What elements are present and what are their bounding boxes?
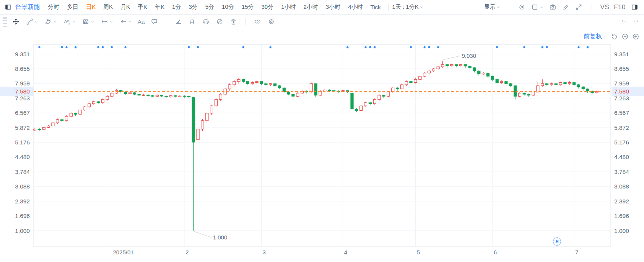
svg-text:1.000: 1.000: [614, 228, 629, 234]
tab-分时[interactable]: 分时: [44, 2, 63, 12]
tab-周K[interactable]: 周K: [100, 2, 116, 12]
tab-月K[interactable]: 月K: [117, 2, 133, 12]
svg-text:3.784: 3.784: [15, 169, 30, 175]
settings-gear-icon[interactable]: [518, 3, 526, 11]
chevron-down-icon[interactable]: [34, 20, 39, 24]
reset-zoom-icon[interactable]: [610, 33, 618, 41]
svg-text:2.392: 2.392: [15, 198, 30, 205]
wave-tool-button[interactable]: 13: [61, 17, 78, 27]
layout-square-icon: [531, 3, 539, 11]
undo-icon[interactable]: [620, 18, 628, 26]
main-toolbar: 晋景新能 分时多日日K周K月K季K年K1分3分5分10分15分30分1小时2小时…: [0, 0, 644, 15]
tab-4小时[interactable]: 4小时: [345, 2, 366, 12]
divider: [166, 18, 166, 25]
edit-pencil-icon[interactable]: [562, 3, 570, 11]
price-axis-right: 9.3518.6557.9597.2636.5675.8725.1764.480…: [614, 51, 629, 234]
drawing-tools-group: 13Aa: [10, 17, 277, 27]
svg-text:8.655: 8.655: [15, 66, 30, 72]
svg-text:7.580: 7.580: [614, 88, 629, 95]
display-menu-label: 显示: [484, 3, 496, 11]
chevron-down-icon[interactable]: [90, 20, 95, 24]
price-adjust-mode[interactable]: 前复权: [584, 33, 602, 41]
svg-text:4.480: 4.480: [614, 154, 629, 160]
chart-canvas[interactable]: 9.0301.0009.3518.6557.9597.2636.5675.872…: [0, 29, 644, 262]
tab-日K[interactable]: 日K: [83, 2, 99, 12]
compare-overlay-tool-button[interactable]: [252, 17, 263, 27]
arrow-tool-button[interactable]: [117, 17, 134, 27]
chevron-down-icon[interactable]: [109, 20, 114, 24]
f10-button[interactable]: F10: [614, 3, 626, 11]
chevron-down-icon[interactable]: [128, 20, 132, 24]
tab-10分[interactable]: 10分: [218, 2, 237, 12]
tab-5分[interactable]: 5分: [202, 2, 218, 12]
comment-icon: [150, 18, 158, 26]
svg-text:7: 7: [575, 249, 578, 255]
svg-text:5.176: 5.176: [15, 139, 30, 146]
svg-text:5.872: 5.872: [614, 124, 629, 131]
svg-text:5.872: 5.872: [15, 124, 30, 131]
svg-text:4.480: 4.480: [15, 154, 30, 160]
drawing-settings-tool-button[interactable]: [265, 17, 277, 27]
move-tool-button[interactable]: [10, 17, 21, 27]
svg-text:6.567: 6.567: [15, 110, 30, 116]
polygon-tool-button[interactable]: [42, 17, 59, 27]
fullscreen-icon[interactable]: [575, 3, 583, 11]
date-axis: 2025/01234567: [113, 249, 578, 255]
tab-15分[interactable]: 15分: [238, 2, 257, 12]
toolbar-drag-handle[interactable]: [3, 17, 7, 27]
tab-3分[interactable]: 3分: [185, 2, 201, 12]
redo-icon[interactable]: [632, 18, 640, 26]
toolbar-right-group: 显示 VS F10: [484, 3, 639, 11]
tab-1分[interactable]: 1分: [169, 2, 184, 12]
display-menu[interactable]: 显示: [484, 3, 501, 11]
period-selector[interactable]: 1天 : 1分K: [392, 3, 424, 11]
continuous-draw-tool-button[interactable]: [200, 17, 211, 27]
vs-button[interactable]: VS: [600, 3, 610, 11]
svg-text:3.088: 3.088: [614, 183, 629, 190]
text-tool-button[interactable]: Aa: [136, 18, 146, 26]
divider: [509, 4, 509, 11]
left-panel-toggle-icon[interactable]: [4, 3, 12, 11]
trend-line-tool-button[interactable]: [24, 17, 40, 27]
timeframe-tabs: 分时多日日K周K月K季K年K1分3分5分10分15分30分1小时2小时3小时4小…: [44, 2, 384, 12]
svg-text:2.392: 2.392: [614, 198, 629, 205]
tab-Tick[interactable]: Tick: [367, 3, 384, 11]
continuous-draw-icon: [202, 18, 210, 26]
angle-tool-button[interactable]: [172, 17, 184, 27]
tab-3小时[interactable]: 3小时: [322, 2, 344, 12]
event-markers[interactable]: [38, 46, 589, 48]
tab-30分[interactable]: 30分: [258, 2, 277, 12]
wave-icon: 13: [63, 18, 71, 26]
magnet-tool-button[interactable]: [186, 17, 198, 27]
divider: [245, 18, 246, 25]
svg-text:5: 5: [416, 249, 420, 255]
stock-title[interactable]: 晋景新能: [15, 3, 40, 11]
measure-tool-button[interactable]: [99, 17, 115, 27]
zoom-out-icon[interactable]: [621, 33, 629, 41]
svg-text:7.959: 7.959: [15, 80, 30, 87]
hide-drawings-tool-button[interactable]: [214, 17, 225, 27]
layout-select[interactable]: [531, 3, 544, 11]
zoom-in-icon[interactable]: [632, 33, 640, 41]
tab-年K[interactable]: 年K: [151, 2, 168, 12]
svg-text:3.784: 3.784: [614, 169, 629, 175]
candlestick-chart[interactable]: 9.0301.0009.3518.6557.9597.2636.5675.872…: [0, 29, 644, 262]
right-panel-toggle-icon[interactable]: [630, 3, 639, 11]
svg-text:9.351: 9.351: [614, 51, 629, 57]
chevron-down-icon[interactable]: [72, 20, 76, 24]
comment-tool-button[interactable]: [148, 17, 160, 27]
current-price-tag: 7.5807.580: [0, 87, 644, 96]
tab-多日[interactable]: 多日: [63, 2, 82, 12]
event-badge[interactable]: E: [553, 237, 561, 246]
svg-text:3.088: 3.088: [15, 183, 30, 190]
tab-2小时[interactable]: 2小时: [300, 2, 322, 12]
tab-1小时[interactable]: 1小时: [278, 2, 299, 12]
tab-季K[interactable]: 季K: [134, 2, 151, 12]
grid: [34, 44, 611, 246]
svg-text:1.000: 1.000: [15, 228, 30, 234]
screenshot-camera-icon[interactable]: [549, 3, 557, 11]
delete-drawings-tool-button[interactable]: [228, 17, 239, 27]
chevron-down-icon[interactable]: [53, 20, 57, 24]
svg-text:6: 6: [494, 249, 497, 255]
gann-tool-button[interactable]: [80, 17, 96, 27]
